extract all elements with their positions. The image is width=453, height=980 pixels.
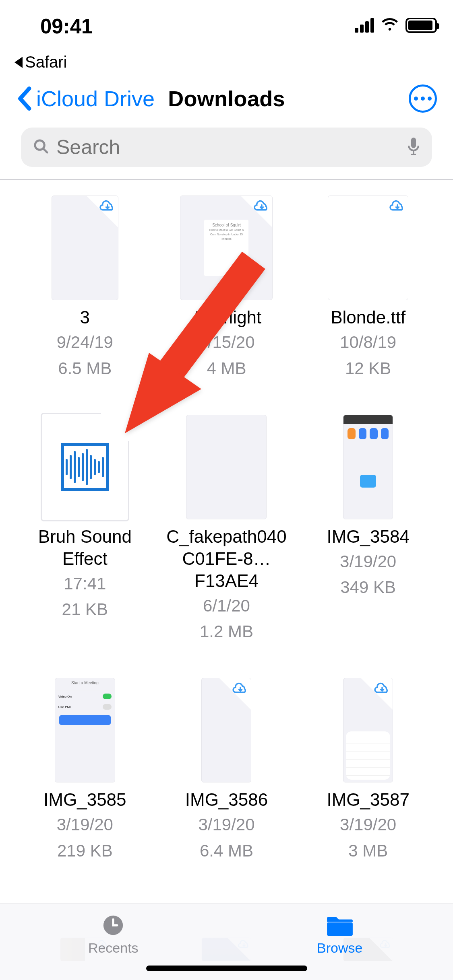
cloud-download-icon [361,678,393,710]
home-indicator[interactable] [146,966,307,971]
cloud-download-icon [240,196,273,228]
file-name: Bruh Sound Effect [25,525,145,570]
more-options-button[interactable] [409,84,437,113]
search-input[interactable] [56,136,400,159]
file-item[interactable]: IMG_3584 3/19/20 349 KB [299,413,437,644]
chevron-left-icon [16,86,32,111]
file-date: 6/1/20 [203,594,250,618]
file-date: 17:41 [64,572,106,596]
status-bar: 09:41 [0,0,453,53]
clock-icon [99,914,128,937]
folder-icon [325,914,354,937]
svg-rect-7 [327,922,353,936]
wifi-icon [381,16,398,35]
status-time: 09:41 [16,14,93,38]
file-date: 3/19/20 [340,813,396,837]
file-date: 9/24/19 [57,331,113,354]
file-name: Blonde.ttf [331,306,405,328]
cellular-icon [355,18,374,33]
back-to-app-button[interactable]: Safari [0,53,453,74]
file-item[interactable]: IMG_3586 3/19/20 6.4 MB [158,676,296,863]
file-size: 3 MB [348,839,388,863]
file-name: 3 [80,306,90,328]
file-date: 3/19/20 [57,813,113,837]
file-name: IMG_3585 [43,789,126,811]
file-size: 12 KB [345,357,391,381]
file-size: 21 KB [62,598,108,622]
search-container [0,123,453,179]
file-date: 3/19/20 [340,550,396,574]
cloud-download-icon [86,196,118,228]
svg-line-1 [43,148,47,152]
file-size: 219 KB [57,839,113,863]
page-title: Downloads [168,86,285,111]
back-triangle-icon [14,57,23,68]
search-icon [33,138,49,156]
tab-label: Recents [88,940,139,956]
file-size: 1.2 MB [200,620,253,644]
file-size: 6.5 MB [58,357,112,381]
file-item[interactable]: Blonde.ttf 10/8/19 12 KB [299,194,437,381]
file-name: IMG_3584 [327,525,409,548]
file-grid-container[interactable]: 3 9/24/19 6.5 MB School of SquirtHow to … [0,180,453,980]
file-name: C_fakepath040C01FE-8…F13AE4 [166,525,287,592]
microphone-icon[interactable] [407,137,420,158]
file-item[interactable]: IMG_3587 3/19/20 3 MB [299,676,437,863]
back-button[interactable]: iCloud Drive [16,86,155,111]
file-name: IMG_3586 [185,789,268,811]
search-field[interactable] [21,128,432,167]
cloud-download-icon [376,196,408,228]
back-label: iCloud Drive [36,86,155,111]
tab-label: Browse [317,940,362,956]
nav-bar: iCloud Drive Downloads [0,74,453,123]
file-size: 6.4 MB [200,839,253,863]
cloud-download-icon [219,678,251,710]
file-item[interactable]: Start a Meeting Video On Use PMI IMG_358… [16,676,154,863]
file-name: IMG_3587 [327,789,409,811]
status-right [355,14,437,35]
tab-bar: Recents Browse [0,904,453,980]
file-date: 3/19/20 [198,813,254,837]
file-date: 10/8/19 [340,331,396,354]
annotation-arrow [109,252,278,463]
svg-rect-2 [411,138,416,148]
back-app-label: Safari [25,53,67,71]
battery-icon [405,18,437,33]
file-size: 349 KB [340,576,396,599]
